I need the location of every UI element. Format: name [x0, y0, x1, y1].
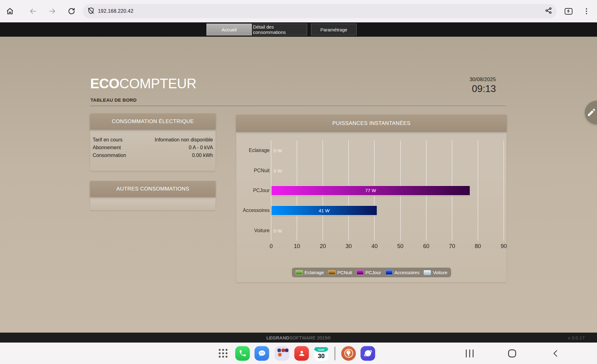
- panel-consommation-electrique: CONSOMMATION ÉLECTRIQUE Tarif en cours I…: [90, 113, 215, 171]
- legend-item: Accessoires: [385, 270, 419, 275]
- browser-toolbar: 192.168.220.42 6 ⋮: [0, 0, 597, 22]
- home-icon[interactable]: [3, 4, 17, 18]
- app-drawer-icon[interactable]: [216, 346, 231, 361]
- chart-row: PCNuit0 W: [271, 160, 504, 180]
- row-consommation: Consommation 0.00 kWh: [93, 151, 213, 159]
- chart-tick-label: 0: [270, 243, 273, 250]
- legend-label: Eclairage: [304, 270, 324, 275]
- reload-icon[interactable]: [65, 4, 78, 18]
- chart-zero-value: 0 W: [274, 168, 282, 173]
- app-folder-icon[interactable]: [275, 346, 289, 361]
- current-time: 09:13: [470, 83, 496, 94]
- page-title-eco: ECO: [90, 76, 119, 91]
- datetime: 30/08/2025 09:13: [470, 76, 496, 94]
- forward-icon[interactable]: [45, 4, 59, 18]
- site-tab-strip: Accueil Détail des consommations Paramét…: [0, 22, 597, 37]
- tab-count-button[interactable]: 6: [562, 4, 575, 18]
- chart-tick-label: 40: [371, 243, 377, 250]
- legend-swatch: [424, 270, 431, 275]
- chart-row-label: PCNuit: [254, 168, 270, 173]
- tab-count[interactable]: 6: [565, 8, 572, 15]
- row-abonnement: Abonnement 0 A - 0 kVA: [93, 144, 213, 151]
- legend-swatch: [328, 270, 336, 275]
- chart-tick-label: 10: [294, 243, 300, 250]
- phone-app-icon[interactable]: [235, 346, 250, 361]
- dashboard-subtitle: TABLEAU DE BORD: [90, 97, 137, 103]
- url-text[interactable]: 192.168.220.42: [98, 8, 133, 14]
- calendar-day-name: SAM: [314, 347, 329, 352]
- page-title-compteur: COMPTEUR: [119, 76, 197, 91]
- url-bar[interactable]: 192.168.220.42: [83, 4, 557, 18]
- chart-row-label: Eclairage: [249, 148, 270, 153]
- row-tarif-value: Information non disponible: [155, 136, 213, 144]
- back-icon[interactable]: [26, 4, 40, 18]
- legend-label: PCNuit: [337, 270, 352, 275]
- page-title: ECOCOMPTEUR: [90, 76, 197, 91]
- chart-zero-value: 0 W: [274, 148, 282, 153]
- share-icon[interactable]: [545, 7, 552, 16]
- screen: 192.168.220.42 6 ⋮ Accueil Détail des co…: [0, 0, 597, 364]
- chart-tick-label: 60: [423, 243, 429, 250]
- chart-tick-label: 50: [397, 243, 404, 250]
- legend-item: PCJour: [356, 270, 381, 275]
- legend-item: Voiture: [424, 270, 447, 275]
- row-abonnement-value: 0 A - 0 kVA: [189, 144, 213, 151]
- current-date: 30/08/2025: [470, 76, 496, 83]
- legend-swatch: [356, 270, 363, 275]
- chart-row: PCJour77 W: [271, 181, 504, 200]
- tab-parametrage[interactable]: Paramétrage: [311, 24, 357, 35]
- chart-plot: Eclairage0 WPCNuit0 WPCJour77 WAccessoir…: [271, 141, 504, 241]
- duckduckgo-app-icon[interactable]: [341, 346, 356, 361]
- legend-item: PCNuit: [328, 270, 352, 275]
- row-consommation-value: 0.00 kWh: [192, 151, 213, 159]
- chart-bar-value: 77 W: [365, 188, 376, 193]
- title-divider: [90, 106, 506, 106]
- version-label: v 3.0.17: [568, 335, 585, 340]
- edit-fab[interactable]: [585, 101, 597, 124]
- chart-row: Voiture0 W: [271, 221, 504, 241]
- chart-row-label: PCJour: [253, 188, 270, 193]
- panel-consommation-body: Tarif en cours Information non disponibl…: [90, 130, 215, 171]
- footer-bar: LEGRANDSOFTWARE 2015® v 3.0.17: [0, 333, 597, 343]
- chart-bar: 77 W: [271, 186, 470, 196]
- tab-accueil[interactable]: Accueil: [206, 24, 252, 35]
- chart-title: PUISSANCES INSTANTANÉES: [236, 115, 507, 132]
- tracking-blocked-icon[interactable]: [87, 7, 95, 16]
- ecocompteur-page: ECOCOMPTEUR TABLEAU DE BORD 30/08/2025 0…: [0, 37, 597, 333]
- browser-menu-icon[interactable]: ⋮: [580, 4, 593, 18]
- legend-swatch: [295, 270, 303, 275]
- legend-label: PCJour: [365, 270, 381, 275]
- calendar-day-number: 30: [318, 352, 325, 360]
- panel-puissances-instantanees: PUISSANCES INSTANTANÉES Eclairage0 WPCNu…: [236, 115, 507, 282]
- chart-tick-label: 90: [501, 243, 507, 250]
- taskbar-separator: [335, 347, 336, 360]
- pencil-icon: [587, 108, 596, 117]
- panel-autres-consommations: AUTRES CONSOMMATIONS: [90, 181, 215, 210]
- chart-tick-label: 70: [449, 243, 455, 250]
- panel-consommation-title: CONSOMMATION ÉLECTRIQUE: [90, 113, 215, 130]
- chart-zero-value: 0 W: [274, 228, 282, 233]
- copyright-brand: LEGRAND: [266, 335, 289, 340]
- chart-tick-label: 80: [475, 243, 481, 250]
- contacts-app-icon[interactable]: [294, 346, 309, 361]
- chart-row-label: Accessoires: [243, 208, 270, 213]
- copyright-rest: SOFTWARE 2015®: [289, 335, 331, 340]
- chart-row: Eclairage0 W: [271, 141, 504, 160]
- calendar-app-icon[interactable]: SAM 30: [314, 346, 329, 361]
- home-button[interactable]: [503, 344, 521, 363]
- recent-apps-button[interactable]: [460, 344, 479, 363]
- messages-app-icon[interactable]: [255, 346, 269, 361]
- legend-label: Voiture: [433, 270, 447, 275]
- chart-tick-label: 20: [320, 243, 326, 250]
- chart-row: Accessoires41 W: [271, 200, 504, 220]
- chart-body: Eclairage0 WPCNuit0 WPCJour77 WAccessoir…: [236, 132, 507, 282]
- chart-bar-value: 41 W: [319, 208, 330, 213]
- chart-x-axis: 0102030405060708090: [271, 243, 504, 251]
- tab-detail-consommations[interactable]: Détail des consommations: [253, 24, 307, 35]
- legend-label: Accessoires: [394, 270, 419, 275]
- legend-item: Eclairage: [295, 270, 324, 275]
- back-button[interactable]: [546, 344, 565, 363]
- internet-app-icon[interactable]: [361, 346, 375, 361]
- row-tarif-label: Tarif en cours: [93, 136, 123, 144]
- row-consommation-label: Consommation: [93, 151, 126, 159]
